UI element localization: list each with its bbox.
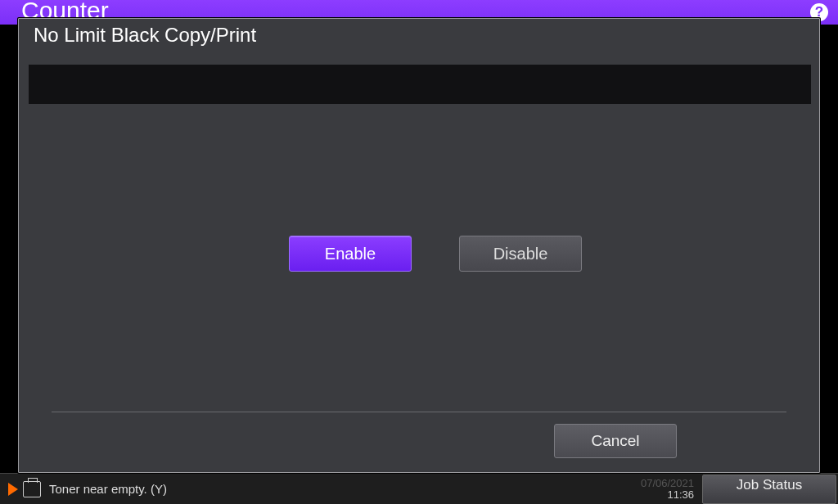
job-status-button[interactable]: Job Status xyxy=(702,475,836,504)
printer-icon xyxy=(23,481,41,497)
cancel-button[interactable]: Cancel xyxy=(554,424,677,458)
toner-status-text: Toner near empty. (Y) xyxy=(49,482,167,496)
disable-button[interactable]: Disable xyxy=(459,236,582,272)
date-text: 07/06/2021 xyxy=(641,478,694,489)
dialog-title: No Limit Black Copy/Print xyxy=(19,19,819,53)
time-text: 11:36 xyxy=(641,489,694,501)
dialog-divider xyxy=(52,412,786,412)
status-bar: Toner near empty. (Y) 07/06/2021 11:36 J… xyxy=(0,473,838,504)
enable-button[interactable]: Enable xyxy=(289,236,412,272)
datetime: 07/06/2021 11:36 xyxy=(641,478,694,501)
dialog-subheader-band xyxy=(29,65,811,104)
no-limit-black-dialog: No Limit Black Copy/Print Enable Disable… xyxy=(18,18,820,473)
play-icon xyxy=(8,483,18,496)
